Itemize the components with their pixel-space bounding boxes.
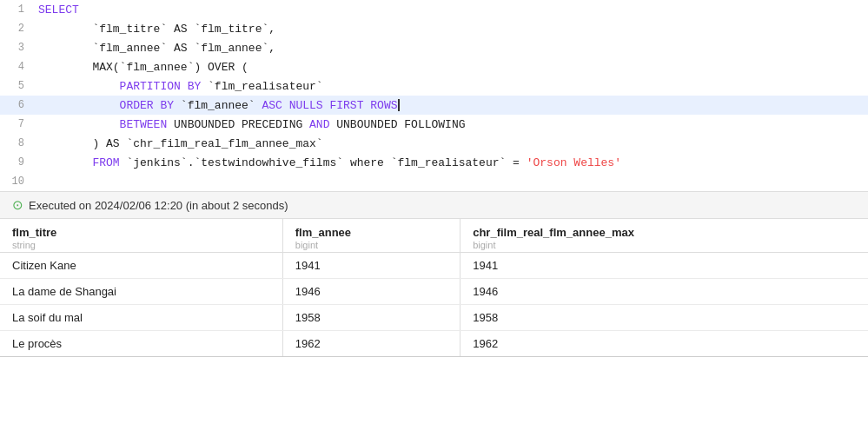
code-token: `flm_annee` AS `flm_annee`,: [38, 42, 275, 55]
code-line-row: 7 BETWEEN UNBOUNDED PRECEDING AND UNBOUN…: [0, 115, 868, 134]
execution-status: ⊙ Executed on 2024/02/06 12:20 (in about…: [0, 191, 868, 219]
line-number: 9: [0, 153, 35, 172]
code-token: FROM: [38, 156, 120, 169]
table-row: La dame de Shangai19461946: [0, 279, 868, 305]
results-panel: flm_titrestringflm_anneebigintchr_film_r…: [0, 219, 868, 357]
table-row: La soif du mal19581958: [0, 305, 868, 331]
table-row: Le procès19621962: [0, 331, 868, 357]
code-token: BETWEEN: [38, 118, 167, 131]
table-row: Citizen Kane19411941: [0, 253, 868, 279]
code-token: `flm_titre` AS `flm_titre`,: [38, 23, 275, 36]
line-number: 2: [0, 19, 35, 38]
code-token: where: [350, 156, 384, 169]
code-line-row: 8 ) AS `chr_film_real_flm_annee_max`: [0, 134, 868, 153]
column-type: string: [12, 240, 270, 250]
code-token: ASC NULLS FIRST ROWS: [262, 99, 397, 112]
editor-panel: 1SELECT2 `flm_titre` AS `flm_titre`,3 `f…: [0, 0, 868, 191]
code-line-content[interactable]: SELECT: [35, 0, 868, 19]
code-line-content[interactable]: MAX(`flm_annee`) OVER (: [35, 57, 868, 76]
code-token: UNBOUNDED PRECEDING: [167, 118, 309, 131]
code-line-row: 5 PARTITION BY `flm_realisateur`: [0, 76, 868, 96]
code-token: MAX(`flm_annee`) OVER (: [38, 61, 248, 74]
column-header: chr_film_real_flm_annee_maxbigint: [461, 219, 868, 253]
code-token: `flm_annee`: [174, 99, 262, 112]
line-number: 7: [0, 115, 35, 134]
code-line-row: 9 FROM `jenkins`.`testwindowhive_films` …: [0, 153, 868, 172]
table-cell: Le procès: [0, 331, 282, 357]
code-line-row: 6 ORDER BY `flm_annee` ASC NULLS FIRST R…: [0, 96, 868, 115]
line-number: 6: [0, 96, 35, 115]
code-token: AND: [309, 118, 329, 131]
code-token: ) AS `chr_film_real_flm_annee_max`: [38, 137, 323, 150]
code-token: 'Orson Welles': [527, 156, 621, 169]
column-type: bigint: [295, 240, 447, 250]
table-cell: 1946: [461, 279, 868, 305]
text-cursor: [398, 99, 400, 111]
column-name: flm_annee: [295, 226, 351, 239]
results-table: flm_titrestringflm_anneebigintchr_film_r…: [0, 219, 868, 357]
table-cell: 1958: [461, 305, 868, 331]
table-cell: La dame de Shangai: [0, 279, 282, 305]
code-token: `flm_realisateur`: [201, 80, 322, 93]
code-line-content[interactable]: ORDER BY `flm_annee` ASC NULLS FIRST ROW…: [35, 96, 868, 115]
column-name: flm_titre: [12, 226, 56, 239]
table-cell: Citizen Kane: [0, 253, 282, 279]
line-number: 8: [0, 134, 35, 153]
table-cell: 1962: [282, 331, 460, 357]
code-token: UNBOUNDED FOLLOWING: [329, 118, 465, 131]
code-line-row: 3 `flm_annee` AS `flm_annee`,: [0, 38, 868, 57]
line-number: 1: [0, 0, 35, 19]
code-line-content[interactable]: ) AS `chr_film_real_flm_annee_max`: [35, 134, 868, 153]
code-line-content[interactable]: [35, 172, 868, 191]
table-cell: 1941: [282, 253, 460, 279]
table-cell: La soif du mal: [0, 305, 282, 331]
code-line-content[interactable]: PARTITION BY `flm_realisateur`: [35, 76, 868, 96]
code-line-content[interactable]: `flm_titre` AS `flm_titre`,: [35, 19, 868, 38]
status-icon: ⊙: [12, 197, 23, 213]
line-number: 10: [0, 172, 35, 191]
code-token: SELECT: [38, 3, 79, 17]
code-line-content[interactable]: BETWEEN UNBOUNDED PRECEDING AND UNBOUNDE…: [35, 115, 868, 134]
code-token: PARTITION BY: [38, 80, 201, 93]
line-number: 4: [0, 57, 35, 76]
code-line-content[interactable]: FROM `jenkins`.`testwindowhive_films` wh…: [35, 153, 868, 172]
table-cell: 1941: [461, 253, 868, 279]
code-token: ORDER BY: [38, 99, 174, 112]
column-type: bigint: [473, 240, 856, 250]
table-cell: 1958: [282, 305, 460, 331]
table-cell: 1962: [461, 331, 868, 357]
code-token: `jenkins`.`testwindowhive_films`: [120, 156, 350, 169]
table-cell: 1946: [282, 279, 460, 305]
code-line-content[interactable]: `flm_annee` AS `flm_annee`,: [35, 38, 868, 57]
code-editor[interactable]: 1SELECT2 `flm_titre` AS `flm_titre`,3 `f…: [0, 0, 868, 191]
code-line-row: 2 `flm_titre` AS `flm_titre`,: [0, 19, 868, 38]
column-name: chr_film_real_flm_annee_max: [473, 226, 634, 239]
code-line-row: 1SELECT: [0, 0, 868, 19]
line-number: 3: [0, 38, 35, 57]
code-line-row: 10: [0, 172, 868, 191]
line-number: 5: [0, 76, 35, 96]
column-header: flm_anneebigint: [282, 219, 460, 253]
code-token: `flm_realisateur` =: [384, 156, 527, 169]
column-header: flm_titrestring: [0, 219, 282, 253]
status-text: Executed on 2024/02/06 12:20 (in about 2…: [29, 199, 288, 212]
code-line-row: 4 MAX(`flm_annee`) OVER (: [0, 57, 868, 76]
